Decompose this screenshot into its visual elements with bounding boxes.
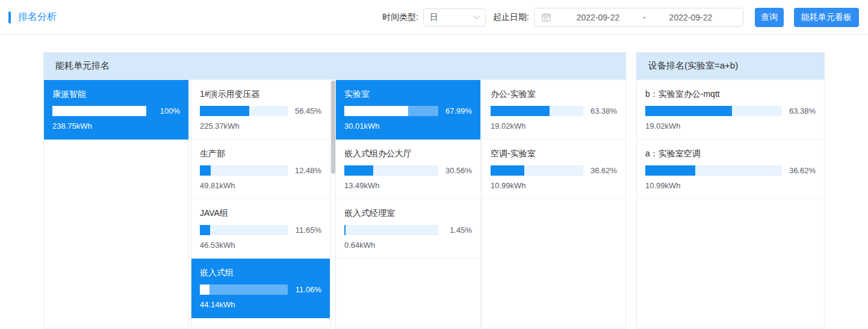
ranking-card[interactable]: 嵌入式组办公大厅 30.56% 13.49kWh <box>336 140 480 199</box>
progress-row: 67.99% <box>344 106 472 116</box>
ranking-column-level2: 1#演示用变压器 56.45% 225.37kWh 生产部 12.48% 49.… <box>191 79 330 328</box>
progress-bar-fill <box>645 165 695 176</box>
unit-name: b：实验室办公-mqtt <box>645 89 816 100</box>
progress-bar-track <box>200 284 288 295</box>
energy-unit-dashboard-button[interactable]: 能耗单元看板 <box>794 8 859 27</box>
unit-name: 办公-实验室 <box>491 89 617 100</box>
percent-label: 100% <box>146 106 180 115</box>
ranking-column-level4: 办公-实验室 63.38% 19.02kWh 空调-实验室 36.62% 10.… <box>482 79 626 328</box>
progress-bar-track <box>344 225 438 235</box>
energy-value: 30.01kWh <box>344 121 472 131</box>
progress-bar-fill <box>344 225 346 235</box>
calendar-icon <box>542 13 551 22</box>
device-ranking-column: b：实验室办公-mqtt 63.38% 19.02kWh a：实验室空调 36.… <box>636 79 825 328</box>
end-date-input[interactable]: 2022-09-22 <box>646 13 736 22</box>
energy-unit-ranking-title: 能耗单元排名 <box>43 52 626 79</box>
ranking-card[interactable]: JAVA组 11.65% 46.53kWh <box>191 199 330 259</box>
energy-value: 0.64kWh <box>344 241 472 250</box>
unit-name: a：实验室空调 <box>645 149 816 159</box>
ranking-card[interactable]: 空调-实验室 36.62% 10.99kWh <box>482 140 625 199</box>
chevron-down-icon <box>473 12 480 19</box>
progress-row: 11.06% <box>200 284 321 295</box>
progress-bar-track <box>344 165 438 176</box>
progress-bar-fill <box>344 165 373 176</box>
progress-bar-fill <box>200 165 211 176</box>
time-type-label: 时间类型: <box>382 12 418 23</box>
progress-bar-fill <box>344 106 408 116</box>
percent-label: 1.45% <box>438 226 472 235</box>
percent-label: 67.99% <box>438 106 472 115</box>
percent-label: 36.62% <box>583 166 617 175</box>
device-ranking-title: 设备排名(实验室=a+b) <box>636 52 825 79</box>
progress-bar-fill <box>491 165 524 176</box>
page-title: 排名分析 <box>18 11 57 23</box>
unit-name: 嵌入式组办公大厅 <box>344 149 472 159</box>
ranking-column-level1: 康派智能 100% 238.75kWh <box>43 79 189 328</box>
energy-value: 10.99kWh <box>491 181 617 190</box>
unit-name: 生产部 <box>200 149 321 159</box>
ranking-card[interactable]: 嵌入式经理室 1.45% 0.64kWh <box>336 199 480 259</box>
energy-value: 238.75kWh <box>52 121 180 131</box>
energy-value: 10.99kWh <box>645 181 816 190</box>
progress-bar-track <box>200 225 288 235</box>
title-accent-bar <box>8 11 11 23</box>
energy-value: 19.02kWh <box>645 121 816 131</box>
ranking-column-level3: 实验室 67.99% 30.01kWh 嵌入式组办公大厅 30.56% 13.4… <box>335 79 481 328</box>
ranking-card[interactable]: a：实验室空调 36.62% 10.99kWh <box>637 140 824 199</box>
progress-row: 100% <box>52 106 180 116</box>
progress-bar-fill <box>52 106 146 116</box>
time-type-value: 日 <box>430 12 474 23</box>
device-ranking-body: b：实验室办公-mqtt 63.38% 19.02kWh a：实验室空调 36.… <box>636 79 825 328</box>
progress-bar-track <box>344 106 438 116</box>
ranking-card[interactable]: 嵌入式组 11.06% 44.14kWh <box>191 259 330 318</box>
unit-name: 空调-实验室 <box>491 149 617 159</box>
unit-name: JAVA组 <box>200 208 321 219</box>
query-button[interactable]: 查询 <box>755 8 784 27</box>
percent-label: 36.62% <box>782 166 816 175</box>
percent-label: 11.06% <box>288 285 321 294</box>
progress-row: 11.65% <box>200 225 321 235</box>
energy-value: 49.81kWh <box>200 181 321 190</box>
energy-value: 225.37kWh <box>200 121 321 131</box>
percent-label: 56.45% <box>288 106 321 115</box>
start-date-input[interactable]: 2022-09-22 <box>553 13 643 22</box>
unit-name: 1#演示用变压器 <box>200 89 321 100</box>
date-range-picker[interactable]: 2022-09-22 - 2022-09-22 <box>534 8 743 27</box>
progress-row: 36.62% <box>491 165 617 176</box>
main-content: 能耗单元排名 康派智能 100% 238.75kWh 1#演示用变压器 56.4… <box>43 52 825 328</box>
progress-row: 36.62% <box>645 165 816 176</box>
device-ranking-panel: 设备排名(实验室=a+b) b：实验室办公-mqtt 63.38% 19.02k… <box>636 52 825 328</box>
ranking-card[interactable]: 生产部 12.48% 49.81kWh <box>191 140 330 199</box>
column-scrollbar[interactable] <box>331 81 335 174</box>
progress-row: 12.48% <box>200 165 321 176</box>
progress-bar-track <box>491 106 583 116</box>
progress-row: 63.38% <box>645 106 816 116</box>
progress-bar-track <box>491 165 583 176</box>
progress-bar-track <box>52 106 146 116</box>
progress-bar-fill <box>491 106 550 116</box>
progress-bar-track <box>645 106 782 116</box>
time-type-select[interactable]: 日 <box>423 8 486 26</box>
percent-label: 12.48% <box>288 166 321 175</box>
energy-value: 44.14kWh <box>200 300 321 309</box>
progress-bar-track <box>200 165 288 176</box>
progress-bar-track <box>645 165 782 176</box>
topbar: 排名分析 时间类型: 日 起止日期: 202 <box>0 0 868 35</box>
unit-name: 实验室 <box>344 89 472 100</box>
ranking-card[interactable]: 1#演示用变压器 56.45% 225.37kWh <box>191 80 330 140</box>
energy-unit-ranking-panel: 能耗单元排名 康派智能 100% 238.75kWh 1#演示用变压器 56.4… <box>43 52 626 328</box>
ranking-card[interactable]: b：实验室办公-mqtt 63.38% 19.02kWh <box>637 80 824 140</box>
energy-value: 19.02kWh <box>491 121 617 131</box>
energy-value: 46.53kWh <box>200 241 321 250</box>
toolbar-controls: 时间类型: 日 起止日期: 2022-09-22 <box>382 8 859 27</box>
ranking-card[interactable]: 办公-实验室 63.38% 19.02kWh <box>482 80 625 140</box>
percent-label: 63.38% <box>782 106 816 115</box>
date-range-label: 起止日期: <box>493 12 529 23</box>
progress-bar-fill <box>200 284 209 295</box>
energy-value: 13.49kWh <box>344 181 472 190</box>
percent-label: 30.56% <box>438 166 472 175</box>
unit-name: 嵌入式经理室 <box>344 208 472 219</box>
percent-label: 63.38% <box>583 106 617 115</box>
ranking-card[interactable]: 康派智能 100% 238.75kWh <box>44 80 188 140</box>
ranking-card[interactable]: 实验室 67.99% 30.01kWh <box>336 80 480 140</box>
